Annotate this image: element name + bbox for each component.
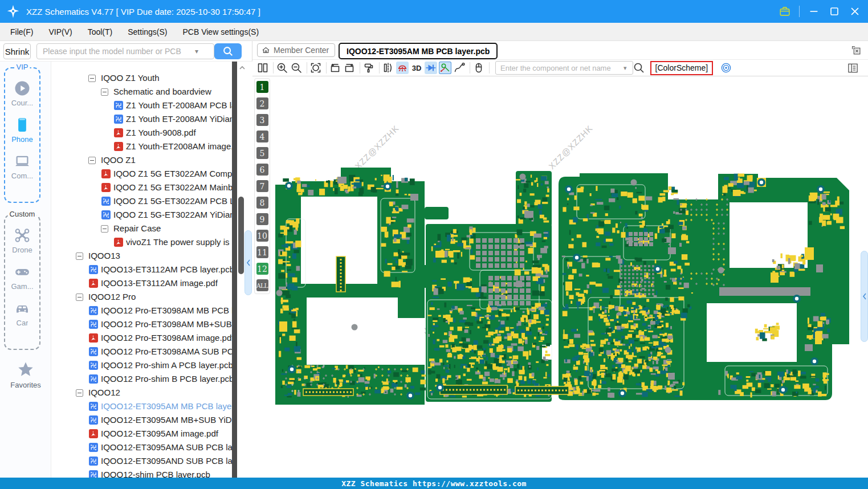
model-search-input[interactable]: [36, 43, 214, 59]
roller-tool-icon[interactable]: [362, 62, 375, 74]
tree-file-row[interactable]: vivoZ1 The power supply is b: [51, 236, 232, 250]
tree-file-row[interactable]: IQOO12 Pro-ET3098AM MB+SUB Y: [51, 318, 232, 332]
zoom-out-icon[interactable]: [290, 62, 303, 74]
menu-vipv[interactable]: VIP(V): [48, 27, 72, 36]
tree-file-row[interactable]: IQOO Z1 5G ET3022AM Mainbo: [51, 181, 232, 195]
curve-trace-icon[interactable]: [453, 62, 466, 74]
diode-mode-icon[interactable]: [425, 62, 437, 74]
rotate-right-icon[interactable]: [343, 62, 356, 74]
tree-file-row[interactable]: IQOO12 Pro-ET3098AM MB PCB la: [51, 304, 232, 318]
tree-group-row[interactable]: IQOO Z1 Youth: [51, 72, 232, 85]
tree-file-row[interactable]: IQOO12 Pro-ET3098AMA SUB PCB: [51, 345, 232, 359]
panel-splitter[interactable]: [232, 62, 237, 478]
sidebar-item-gam[interactable]: Gam...: [6, 263, 39, 291]
tree-scrollbar-thumb[interactable]: [238, 197, 244, 274]
tree-group-row[interactable]: Schematic and boardview: [51, 85, 232, 99]
tree-file-row[interactable]: Z1 Youth ET-2008AM PCB lay: [51, 99, 232, 113]
tree-file-row[interactable]: IQOO12-ET3095AM MB PCB layer.p: [51, 400, 232, 414]
layer-button-3[interactable]: 3: [256, 114, 268, 126]
eye-visibility-icon[interactable]: [720, 62, 732, 74]
right-panel-toggle-icon[interactable]: [847, 62, 859, 74]
collapse-icon[interactable]: [76, 389, 83, 397]
expand-right-panel-handle[interactable]: [861, 251, 868, 342]
sidebar-item-com[interactable]: Com...: [6, 153, 39, 180]
tree-file-row[interactable]: Z1 Youth-9008.pdf: [51, 127, 232, 140]
layer-button-8[interactable]: 8: [256, 197, 268, 209]
tree-file-row[interactable]: Z1 Youth ET-2008AM YiDian: [51, 113, 232, 127]
pcb-board-view[interactable]: XZZ@XZZHKXZZ@XZZHKXZZ@XZZHKXZZ@XZZHK: [269, 76, 868, 478]
tree-file-row[interactable]: IQOO12-ET3095AM image.pdf: [51, 427, 232, 441]
close-all-tabs-icon[interactable]: [850, 44, 862, 56]
collapse-icon[interactable]: [76, 294, 83, 301]
layer-button-4[interactable]: 4: [256, 131, 268, 142]
layer-button-5[interactable]: 5: [256, 147, 268, 159]
active-document-tab[interactable]: IQOO12-ET3095AM MB PCB layer.pcb: [339, 43, 498, 59]
model-dropdown-chevron-icon[interactable]: ▾: [195, 47, 198, 55]
tree-file-row[interactable]: IQOO12 Pro-shim A PCB layer.pcb: [51, 359, 232, 373]
measure-probe-icon[interactable]: [439, 62, 451, 74]
split-view-icon[interactable]: [256, 62, 269, 74]
collapse-icon[interactable]: [88, 75, 96, 82]
tree-file-row[interactable]: IQOO12-ET3095AM MB+SUB YiDia: [51, 414, 232, 427]
pcb-canvas-area[interactable]: XZZ@XZZHKXZZ@XZZHKXZZ@XZZHKXZZ@XZZHK 123…: [252, 76, 868, 478]
layer-button-9[interactable]: 9: [256, 213, 268, 225]
tree-file-row[interactable]: IQOO13-ET3112AM image.pdf: [51, 277, 232, 291]
mouse-mode-icon[interactable]: [472, 62, 485, 74]
sidebar-item-phone[interactable]: Phone: [6, 116, 39, 144]
net-search-input[interactable]: [495, 61, 633, 75]
sidebar-item-car[interactable]: Car: [6, 300, 39, 327]
zoom-fit-icon[interactable]: [309, 62, 322, 74]
menu-toolt[interactable]: Tool(T): [88, 27, 113, 36]
color-scheme-button[interactable]: [ColorScheme]: [650, 61, 714, 75]
maximize-button[interactable]: [828, 5, 841, 18]
tree-group-row[interactable]: IQOO Z1: [51, 154, 232, 168]
layer-button-11[interactable]: 11: [256, 246, 268, 258]
tree-file-row[interactable]: IQOO12-shim PCB layer.pcb: [51, 468, 232, 478]
close-button[interactable]: [849, 5, 861, 18]
layer-button-12[interactable]: 12: [256, 263, 268, 275]
board-bottom-view-icon[interactable]: [396, 62, 409, 74]
collapse-icon[interactable]: [88, 157, 96, 164]
layer-button-1[interactable]: 1: [256, 81, 268, 93]
tree-file-row[interactable]: IQOO12-ET3095AND SUB PCB laye: [51, 455, 232, 468]
tree-file-row[interactable]: IQOO12-ET3095AMA SUB PCB laye: [51, 441, 232, 455]
layer-button-10[interactable]: 10: [256, 230, 268, 242]
tree-group-row[interactable]: IQOO12: [51, 386, 232, 400]
tree-file-row[interactable]: IQOO Z1 5G-ET3022AM PCB Lay: [51, 195, 232, 209]
sidebar-item-favorites[interactable]: Favorites: [0, 360, 51, 389]
sidebar-item-drone[interactable]: Drone: [6, 227, 39, 254]
menu-filef[interactable]: File(F): [10, 27, 33, 36]
tree-file-row[interactable]: IQOO Z1 5G-ET3022AM YiDianT: [51, 209, 232, 222]
tree-file-row[interactable]: IQOO Z1 5G ET3022AM Compo: [51, 168, 232, 181]
view-3d-icon[interactable]: 3D: [410, 62, 423, 74]
rotate-left-icon[interactable]: [329, 62, 341, 74]
collapse-icon[interactable]: [76, 252, 83, 260]
tree-file-row[interactable]: IQOO12 Pro-ET3098AM image.pdf: [51, 332, 232, 345]
tree-group-row[interactable]: IQOO12 Pro: [51, 291, 232, 304]
tree-file-row[interactable]: IQOO12 Pro-shim B PCB layer.pcb: [51, 373, 232, 386]
menu-pcbviewsettingss[interactable]: PCB View settings(S): [182, 27, 259, 36]
tree-file-row[interactable]: Z1 Youth-ET2008AM image.p: [51, 140, 232, 154]
menu-settingss[interactable]: Settings(S): [128, 27, 167, 36]
net-search-icon[interactable]: [633, 62, 645, 74]
collapse-icon[interactable]: [101, 88, 108, 96]
layer-button-7[interactable]: 7: [256, 180, 268, 192]
member-center-button[interactable]: Member Center: [257, 43, 335, 57]
shrink-button[interactable]: Shrink: [3, 43, 31, 59]
net-dropdown-chevron-icon[interactable]: ▾: [624, 64, 627, 72]
zoom-in-icon[interactable]: [276, 62, 288, 74]
tree-file-row[interactable]: IQOO13-ET3112AM PCB layer.pcb: [51, 263, 232, 277]
mirror-flip-icon[interactable]: [382, 62, 394, 74]
tree-group-row[interactable]: Repair Case: [51, 222, 232, 236]
vip-briefcase-icon[interactable]: [779, 5, 791, 18]
scroll-up-icon[interactable]: [238, 64, 246, 72]
collapse-left-panel-handle[interactable]: [244, 230, 252, 295]
tree-group-row[interactable]: IQOO13: [51, 250, 232, 263]
layer-button-2[interactable]: 2: [256, 97, 268, 109]
sidebar-item-cour[interactable]: Cour...: [6, 80, 39, 107]
layer-button-6[interactable]: 6: [256, 164, 268, 176]
minimize-button[interactable]: [808, 5, 820, 18]
layer-button-all[interactable]: ALL: [256, 279, 268, 291]
collapse-icon[interactable]: [101, 225, 108, 233]
search-button[interactable]: [214, 43, 242, 59]
